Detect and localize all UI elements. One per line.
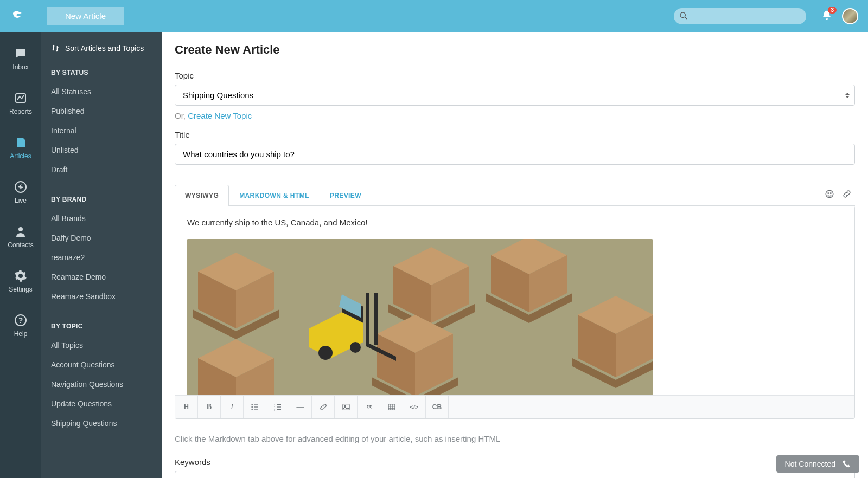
svg-rect-56 xyxy=(343,404,349,410)
toolbar-italic-button[interactable]: I xyxy=(221,396,244,418)
nav-label: Settings xyxy=(9,286,32,293)
svg-point-43 xyxy=(350,342,361,353)
svg-point-42 xyxy=(318,346,333,360)
toolbar-image-button[interactable] xyxy=(335,396,358,418)
nav-reports[interactable]: Reports xyxy=(9,92,32,115)
main-nav-rail: Inbox Reports Articles Live Contacts Set… xyxy=(0,32,41,478)
toolbar-link-button[interactable] xyxy=(312,396,335,418)
table-icon xyxy=(387,403,396,411)
nav-label: Help xyxy=(14,330,28,338)
sidebar-item-internal[interactable]: Internal xyxy=(41,121,162,140)
emoji-icon[interactable] xyxy=(825,189,834,201)
sidebar-item-reamaze2[interactable]: reamaze2 xyxy=(41,248,162,267)
svg-point-46 xyxy=(251,406,253,408)
search-icon xyxy=(679,11,688,22)
connection-status-badge[interactable]: Not Connected xyxy=(776,455,859,473)
phone-icon xyxy=(842,460,851,468)
svg-point-0 xyxy=(680,12,685,17)
nav-live[interactable]: Live xyxy=(14,180,27,204)
bullet-list-icon xyxy=(251,403,259,411)
nav-settings[interactable]: Settings xyxy=(9,269,32,293)
sort-icon xyxy=(51,44,60,53)
svg-point-10 xyxy=(831,193,832,194)
articles-sidebar: Sort Articles and Topics BY STATUS All S… xyxy=(41,32,162,478)
search-input[interactable] xyxy=(674,8,806,24)
sidebar-item-navigation-questions[interactable]: Navigation Questions xyxy=(41,374,162,394)
brand-logo[interactable] xyxy=(10,9,25,24)
sidebar-item-draft[interactable]: Draft xyxy=(41,160,162,179)
sidebar-item-all-brands[interactable]: All Brands xyxy=(41,209,162,228)
svg-point-5 xyxy=(18,227,23,231)
main-content: Create New Article Topic Shipping Questi… xyxy=(162,32,868,478)
sidebar-item-shipping-questions[interactable]: Shipping Questions xyxy=(41,414,162,433)
image-icon xyxy=(342,403,350,411)
sidebar-item-published[interactable]: Published xyxy=(41,101,162,121)
svg-point-9 xyxy=(828,193,829,194)
sort-articles-button[interactable]: Sort Articles and Topics xyxy=(41,32,162,63)
svg-rect-47 xyxy=(254,406,258,407)
title-label: Title xyxy=(175,130,855,139)
attachment-link-icon[interactable] xyxy=(842,189,852,201)
toolbar-ul-button[interactable] xyxy=(244,396,266,418)
svg-rect-53 xyxy=(277,406,281,407)
keywords-label: Keywords xyxy=(175,457,855,467)
toolbar-cb-button[interactable]: CB xyxy=(426,396,449,418)
sidebar-item-reamaze-demo[interactable]: Reamaze Demo xyxy=(41,267,162,287)
nav-label: Contacts xyxy=(8,241,33,249)
editor-toolbar: H B I 123 — </> CB xyxy=(175,395,854,418)
nav-inbox[interactable]: Inbox xyxy=(12,47,28,71)
editor-paragraph: We currently ship to the US, Canada, and… xyxy=(187,218,843,227)
create-new-topic-link[interactable]: Create New Topic xyxy=(188,111,252,120)
svg-point-48 xyxy=(251,409,253,410)
svg-rect-58 xyxy=(388,404,395,410)
sort-label: Sort Articles and Topics xyxy=(65,44,144,53)
tab-preview[interactable]: PREVIEW xyxy=(320,185,372,206)
tab-markdown-html[interactable]: MARKDOWN & HTML xyxy=(229,185,320,206)
title-input[interactable] xyxy=(175,144,855,165)
toolbar-code-button[interactable]: </> xyxy=(403,396,426,418)
svg-marker-4 xyxy=(18,184,23,190)
topic-select[interactable]: Shipping Questions xyxy=(175,85,855,106)
notifications-button[interactable]: 3 xyxy=(821,10,832,22)
avatar[interactable] xyxy=(842,8,858,24)
svg-rect-55 xyxy=(277,409,281,410)
sidebar-item-all-statuses[interactable]: All Statuses xyxy=(41,82,162,101)
nav-articles[interactable]: Articles xyxy=(10,136,31,160)
new-article-button[interactable]: New Article xyxy=(47,7,124,25)
svg-rect-40 xyxy=(374,293,378,345)
nav-label: Reports xyxy=(9,108,32,115)
sidebar-heading-brand: BY BRAND xyxy=(41,190,162,209)
tab-wysiwyg[interactable]: WYSIWYG xyxy=(175,185,229,206)
svg-rect-39 xyxy=(366,293,369,345)
toolbar-ol-button[interactable]: 123 xyxy=(266,396,289,418)
toolbar-bold-button[interactable]: B xyxy=(198,396,221,418)
svg-rect-51 xyxy=(277,404,281,405)
svg-text:3: 3 xyxy=(273,409,275,411)
sidebar-item-update-questions[interactable]: Update Questions xyxy=(41,394,162,414)
numbered-list-icon: 123 xyxy=(273,403,282,411)
sidebar-heading-topic: BY TOPIC xyxy=(41,317,162,335)
topic-label: Topic xyxy=(175,71,855,80)
quote-icon xyxy=(365,403,373,411)
create-topic-row: Or, Create New Topic xyxy=(175,111,855,120)
toolbar-heading-button[interactable]: H xyxy=(175,396,198,418)
sidebar-item-daffy-demo[interactable]: Daffy Demo xyxy=(41,228,162,248)
sidebar-item-all-topics[interactable]: All Topics xyxy=(41,335,162,355)
nav-label: Inbox xyxy=(12,63,28,71)
sidebar-item-unlisted[interactable]: Unlisted xyxy=(41,140,162,160)
svg-point-44 xyxy=(251,404,253,406)
nav-label: Live xyxy=(15,197,27,204)
toolbar-hr-button[interactable]: — xyxy=(289,396,312,418)
notifications-badge: 3 xyxy=(828,7,837,14)
sidebar-item-reamaze-sandbox[interactable]: Reamaze Sandbox xyxy=(41,287,162,306)
editor-content[interactable]: We currently ship to the US, Canada, and… xyxy=(175,206,854,395)
toolbar-table-button[interactable] xyxy=(380,396,403,418)
link-icon xyxy=(319,403,328,411)
sidebar-item-account-questions[interactable]: Account Questions xyxy=(41,355,162,374)
toolbar-quote-button[interactable] xyxy=(358,396,380,418)
nav-contacts[interactable]: Contacts xyxy=(8,225,33,249)
svg-rect-45 xyxy=(254,404,258,405)
svg-rect-49 xyxy=(254,409,258,409)
nav-help[interactable]: ? Help xyxy=(14,314,28,338)
keywords-input[interactable] xyxy=(175,471,855,478)
